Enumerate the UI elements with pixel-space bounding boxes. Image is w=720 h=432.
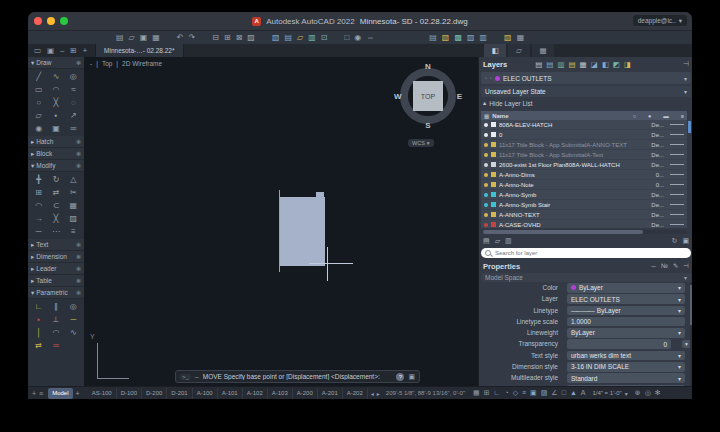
selection-window-icon[interactable]: □ bbox=[344, 31, 349, 44]
gear-icon[interactable]: ✻ bbox=[76, 241, 81, 248]
layout-tab[interactable]: A-103 bbox=[268, 388, 293, 399]
multiline-icon[interactable]: ═ bbox=[65, 122, 82, 135]
layer-lock-icon[interactable]: ◨ bbox=[624, 60, 631, 69]
wcs-menu[interactable]: WCS ▾ bbox=[408, 139, 434, 147]
set-current-layer-icon[interactable]: ▤ bbox=[568, 60, 575, 69]
publish-icon[interactable]: ⊠ bbox=[236, 31, 243, 44]
properties-scrollbar[interactable] bbox=[690, 283, 692, 399]
layout-tab[interactable]: AS-100 bbox=[88, 388, 117, 399]
lock-column-icon[interactable]: ▬ bbox=[663, 113, 669, 119]
layer-on-icon[interactable] bbox=[484, 153, 488, 157]
drawing-compare-icon[interactable]: ⊡ bbox=[321, 31, 328, 44]
viewcube-west-label[interactable]: W bbox=[394, 92, 402, 101]
layer-off-icon[interactable]: ◪ bbox=[591, 60, 598, 69]
command-prompt-text[interactable]: MOVE Specify base point or [Displacement… bbox=[203, 373, 393, 380]
polar-tracking-icon[interactable]: ◔ bbox=[504, 389, 508, 397]
layer-on-icon[interactable] bbox=[484, 143, 488, 147]
property-value-dropdown[interactable]: Standard ▾ bbox=[567, 373, 685, 383]
quick-select-icon[interactable]: № bbox=[661, 262, 668, 270]
line-icon[interactable]: ╱ bbox=[30, 70, 47, 83]
palette-section-block[interactable]: ▸ Block ✻ bbox=[28, 148, 84, 160]
sheet-set-panel-tab[interactable]: ▦ bbox=[532, 44, 554, 57]
coincident-constraint-icon[interactable]: ∟ bbox=[30, 300, 47, 313]
ortho-mode-icon[interactable]: ∟ bbox=[494, 389, 501, 397]
plot-preview-icon[interactable]: ⊞ bbox=[224, 31, 231, 44]
export-pdf-icon[interactable]: ▨ bbox=[247, 31, 255, 44]
isolate-objects-icon[interactable]: ◎ bbox=[645, 389, 651, 397]
layer-color-swatch[interactable] bbox=[491, 172, 496, 177]
annotation-scale-icon[interactable]: A bbox=[581, 389, 586, 397]
layout-tab[interactable]: A-102 bbox=[243, 388, 268, 399]
concentric-constraint-icon[interactable]: ◎ bbox=[65, 300, 82, 313]
layer-color-swatch[interactable] bbox=[491, 212, 496, 217]
tab-overview-icon[interactable]: ⊞ bbox=[70, 46, 76, 55]
extend-icon[interactable]: ─ bbox=[30, 225, 47, 238]
gear-icon[interactable]: ✻ bbox=[76, 253, 81, 260]
array-icon[interactable]: ▦ bbox=[65, 199, 82, 212]
gear-icon[interactable]: ✻ bbox=[76, 289, 81, 296]
scrollbar-thumb[interactable] bbox=[690, 285, 692, 325]
point-icon[interactable]: ▪ bbox=[47, 109, 64, 122]
drawing-tab[interactable]: Minnesota-…- 02.28.22* bbox=[95, 44, 183, 57]
horizontal-constraint-icon[interactable]: ─ bbox=[65, 313, 82, 326]
layer-on-icon[interactable] bbox=[484, 223, 488, 227]
command-line[interactable]: >_ – MOVE Specify base point or [Displac… bbox=[175, 370, 420, 383]
lineweight-display-icon[interactable]: ▣ bbox=[530, 389, 537, 397]
tab-model[interactable]: Model bbox=[48, 388, 72, 399]
property-value-dropdown[interactable]: ByLayer ▾ bbox=[567, 283, 685, 293]
layer-row[interactable]: 0 De... bbox=[481, 130, 687, 140]
viewport-style-control[interactable]: 2D Wireframe bbox=[122, 60, 162, 67]
gear-icon[interactable]: ✻ bbox=[76, 277, 81, 284]
layer-list-vertical-scrollbar[interactable] bbox=[688, 120, 691, 228]
freeze-column-icon[interactable]: ● bbox=[648, 113, 651, 119]
equal-constraint-icon[interactable]: ═ bbox=[47, 339, 64, 352]
viewcube-north-label[interactable]: N bbox=[425, 62, 431, 71]
ellipse-icon[interactable]: ◌ bbox=[65, 96, 82, 109]
plot-icon[interactable]: ⊟ bbox=[212, 31, 219, 44]
match-properties-icon[interactable]: ▧ bbox=[442, 31, 450, 44]
infer-constraints-icon[interactable]: ▦ bbox=[473, 389, 480, 397]
count-icon[interactable]: ▦ bbox=[517, 31, 525, 44]
symmetric-constraint-icon[interactable]: ⇄ bbox=[30, 339, 47, 352]
gear-icon[interactable]: ✻ bbox=[76, 265, 81, 272]
layer-row[interactable]: 2600-exist 1st Floor Plan808A-WALL-HATCH… bbox=[481, 160, 687, 170]
palette-section-hatch[interactable]: ▸ Hatch ✻ bbox=[28, 136, 84, 148]
layer-color-swatch[interactable] bbox=[491, 202, 496, 207]
close-button[interactable] bbox=[34, 17, 42, 25]
layers-dock-icon[interactable]: ⊣ bbox=[683, 60, 689, 68]
layer-color-swatch[interactable] bbox=[491, 122, 496, 127]
redo-icon[interactable]: ↷ bbox=[189, 31, 196, 44]
layer-row[interactable]: 808A-ELEV-HATCH De... bbox=[481, 120, 687, 130]
search-input[interactable] bbox=[481, 248, 691, 258]
explode-icon[interactable]: ▨ bbox=[65, 212, 82, 225]
viewcube[interactable]: N S W E TOP bbox=[395, 63, 461, 129]
offset-icon[interactable]: ⊂ bbox=[47, 199, 64, 212]
sheet-set-manager-icon[interactable]: ▧ bbox=[272, 31, 280, 44]
gear-icon[interactable]: ✻ bbox=[76, 162, 81, 169]
layer-color-swatch[interactable] bbox=[491, 192, 496, 197]
construction-line-icon[interactable]: ╳ bbox=[47, 96, 64, 109]
layer-row[interactable]: A-CASE-OVHD De... bbox=[481, 220, 687, 228]
layer-color-swatch[interactable] bbox=[491, 182, 496, 187]
layout-tab[interactable]: A-200 bbox=[293, 388, 318, 399]
properties-dock-icon[interactable]: ⊣ bbox=[683, 262, 689, 270]
current-layer-dropdown[interactable]: ▫ ▫ ELEC OUTLETS ▾ bbox=[481, 72, 691, 84]
column-menu-icon[interactable]: ≡ bbox=[681, 113, 684, 119]
layer-on-icon[interactable] bbox=[484, 203, 488, 207]
perpendicular-constraint-icon[interactable]: ⊥ bbox=[47, 313, 64, 326]
tool-palette-toggle-icon[interactable]: ▭ bbox=[34, 46, 41, 55]
layout-tab[interactable]: D-201 bbox=[167, 388, 192, 399]
paste-icon[interactable]: ▤ bbox=[429, 31, 437, 44]
layer-on-icon[interactable] bbox=[484, 123, 488, 127]
layout-tab[interactable]: A-202 bbox=[343, 388, 368, 399]
property-value-dropdown[interactable]: —— —— ByLayer ▾ bbox=[567, 306, 685, 316]
property-value-dropdown[interactable]: ByLayer ▾ bbox=[567, 328, 685, 338]
command-recent-icon[interactable]: ▣ bbox=[408, 373, 415, 381]
polyline-icon[interactable]: ∿ bbox=[47, 70, 64, 83]
selection-cycling-icon[interactable]: ∠ bbox=[551, 389, 557, 397]
tangent-constraint-icon[interactable]: ◠ bbox=[47, 326, 64, 339]
palette-section-dimension[interactable]: ▸ Dimension ✻ bbox=[28, 251, 84, 263]
markup-import-icon[interactable]: ▤ bbox=[284, 31, 292, 44]
fix-constraint-icon[interactable]: ▪ bbox=[30, 313, 47, 326]
property-value-dropdown[interactable]: urban werks dim text ▾ bbox=[567, 351, 685, 361]
